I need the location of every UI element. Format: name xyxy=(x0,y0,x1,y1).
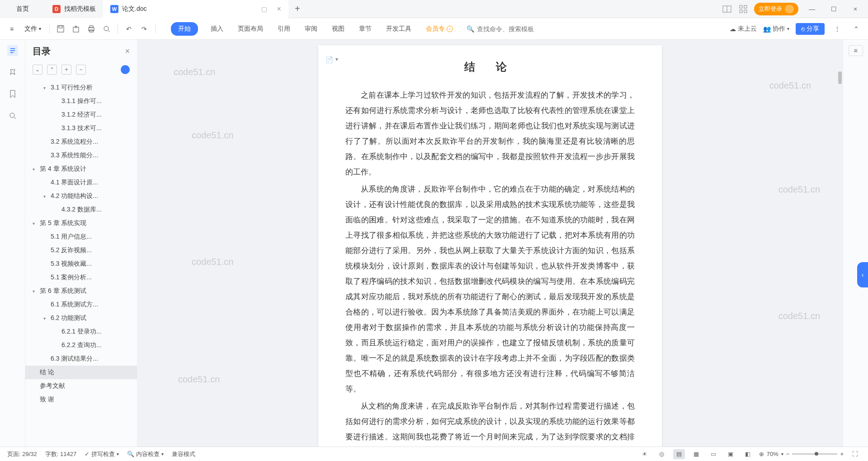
settings-icon[interactable]: ◧ xyxy=(742,449,754,459)
tab-layout[interactable]: 页面布局 xyxy=(236,22,265,36)
compat-mode[interactable]: 兼容模式 xyxy=(172,450,195,458)
tab-document[interactable]: W 论文.doc ▢ × xyxy=(103,0,288,18)
tab-devtools[interactable]: 开发工具 xyxy=(384,22,413,36)
more-icon[interactable]: ⋮ xyxy=(831,23,844,35)
outline-item[interactable]: 6.2.2 查询功... xyxy=(25,339,137,352)
tab-home[interactable]: 首页 xyxy=(0,0,45,18)
outline-item[interactable]: 3.1.1 操作可... xyxy=(25,94,137,108)
cloud-status[interactable]: ☁ 未上云 xyxy=(730,25,757,33)
preview-icon[interactable] xyxy=(100,23,113,35)
file-menu[interactable]: 文件 ▾ xyxy=(21,25,45,33)
outline-item[interactable]: ▾第 6 章 系统测试 xyxy=(25,284,137,298)
tab-vip[interactable]: 会员专 › xyxy=(424,22,455,36)
login-button[interactable]: 立即登录 xyxy=(754,3,798,15)
document-area[interactable]: code51.cn code51.cn code51.cn code51.cn … xyxy=(137,40,843,447)
tab-close-icon[interactable]: × xyxy=(277,5,281,13)
tab-start[interactable]: 开始 xyxy=(171,22,198,36)
close-button[interactable]: × xyxy=(847,2,863,16)
tab-review[interactable]: 审阅 xyxy=(303,22,319,36)
redo-icon[interactable]: ↷ xyxy=(138,23,151,35)
page-doc-icon[interactable]: 📄 xyxy=(326,56,334,64)
tab-chapter[interactable]: 章节 xyxy=(357,22,373,36)
fullscreen-icon[interactable]: ⛶ xyxy=(849,449,861,459)
outline-item[interactable]: ▾第 5 章 系统实现 xyxy=(25,216,137,230)
tab-window-icon[interactable]: ▢ xyxy=(259,4,269,14)
layout1-icon[interactable] xyxy=(722,4,732,14)
outline-item[interactable]: 3.1.3 技术可... xyxy=(25,122,137,135)
search-box[interactable]: 🔍 xyxy=(467,25,549,33)
spell-check[interactable]: ✓ 拼写检查 ▾ xyxy=(85,450,119,458)
outline-item[interactable]: 5.3 视频收藏... xyxy=(25,257,137,271)
grid-icon[interactable] xyxy=(738,4,749,14)
view-read-icon[interactable]: ▣ xyxy=(725,449,736,459)
outline-toggle-icon[interactable] xyxy=(7,45,18,56)
search-rail-icon[interactable] xyxy=(7,110,18,121)
collapse-icon[interactable]: ⌃ xyxy=(850,23,863,35)
tab-reference[interactable]: 引用 xyxy=(276,22,292,36)
outline-item[interactable]: 6.1 系统测试方... xyxy=(25,298,137,311)
view-outline-icon[interactable]: ▦ xyxy=(690,449,702,459)
page-indicator[interactable]: 页面: 29/32 xyxy=(7,450,37,458)
zoom-out-icon[interactable]: − xyxy=(786,451,790,457)
maximize-button[interactable]: ☐ xyxy=(826,2,842,16)
outline-item[interactable]: ▾3.1 可行性分析 xyxy=(25,81,137,94)
zoom-in-icon[interactable]: + xyxy=(840,451,844,457)
chevron-icon: ▾ xyxy=(33,221,39,226)
tab-view[interactable]: 视图 xyxy=(330,22,346,36)
view-page-icon[interactable]: ▤ xyxy=(673,449,685,459)
outline-item[interactable]: 3.1.2 经济可... xyxy=(25,108,137,122)
outline-item[interactable]: 5.1 案例分析... xyxy=(25,271,137,284)
export-icon[interactable] xyxy=(70,23,82,35)
panel-toggle-icon[interactable]: ≡ xyxy=(849,45,863,56)
tab-insert[interactable]: 插入 xyxy=(209,22,225,36)
outline-item-label: 3.1.1 操作可... xyxy=(61,97,102,105)
tab-template[interactable]: D 找稻壳模板 xyxy=(45,0,103,18)
save-icon[interactable] xyxy=(54,23,67,35)
page-menu-icon[interactable]: ▾ xyxy=(335,56,344,64)
side-feedback-tab[interactable]: ‹ xyxy=(857,262,868,287)
scroll-thumb[interactable] xyxy=(838,71,842,84)
undo-icon[interactable]: ↶ xyxy=(123,23,135,35)
scrollbar[interactable] xyxy=(837,40,843,447)
outline-item-label: 结 论 xyxy=(40,368,54,376)
outline-item[interactable]: 4.3.2 数据库... xyxy=(25,203,137,216)
outline-item[interactable]: 结 论 xyxy=(25,366,137,379)
word-count[interactable]: 字数: 11427 xyxy=(45,450,76,458)
tab-add-button[interactable]: + xyxy=(288,4,307,14)
refresh-icon[interactable] xyxy=(121,65,130,74)
zoom-control[interactable]: ⊕ 70% ▾ − + xyxy=(759,451,844,457)
outline-item[interactable]: 4.1 界面设计原... xyxy=(25,176,137,189)
collab-button[interactable]: 👥 协作 ▾ xyxy=(763,25,789,33)
search-input[interactable] xyxy=(477,25,549,33)
content-check[interactable]: 🔍 内容检查 ▾ xyxy=(127,450,164,458)
outline-item[interactable]: ▾4.2 功能结构设... xyxy=(25,189,137,203)
outline-item-label: 第 4 章 系统设计 xyxy=(40,165,86,173)
add-icon[interactable]: + xyxy=(61,65,71,75)
print-icon[interactable] xyxy=(85,23,98,35)
outline-close-icon[interactable]: × xyxy=(125,47,130,56)
minimize-button[interactable]: — xyxy=(804,2,820,16)
expand-up-icon[interactable]: ⌃ xyxy=(47,65,57,75)
outline-item[interactable]: 6.2.1 登录功... xyxy=(25,325,137,339)
collapse-all-icon[interactable]: ⌄ xyxy=(33,65,42,75)
outline-item[interactable]: 致 谢 xyxy=(25,393,137,406)
bookmark-icon[interactable] xyxy=(7,89,18,99)
outline-item[interactable]: 5.1 用户信息... xyxy=(25,230,137,244)
outline-item[interactable]: 6.3 测试结果分... xyxy=(25,352,137,366)
remove-icon[interactable]: − xyxy=(76,65,86,75)
doc-paragraph: 从系统的角度讲，反欺诈平台制作中，它的难点在于功能的确定，对系统结构的设计，还有… xyxy=(345,182,635,397)
outline-item[interactable]: 3.3 系统性能分... xyxy=(25,149,137,162)
outline-item[interactable]: 参考文献 xyxy=(25,379,137,393)
share-button[interactable]: ⎋ 分享 xyxy=(796,23,825,35)
view-web-icon[interactable]: ▭ xyxy=(708,449,719,459)
brightness-icon[interactable]: ☀ xyxy=(639,449,651,459)
focus-icon[interactable]: ◎ xyxy=(656,449,668,459)
right-rail: ≡ xyxy=(843,40,868,447)
menu-icon[interactable]: ≡ xyxy=(5,23,18,35)
outline-item[interactable]: 5.2 反诈视频... xyxy=(25,244,137,257)
zoom-slider[interactable] xyxy=(792,453,837,455)
outline-item[interactable]: ▾6.2 功能测试 xyxy=(25,311,137,325)
outline-item[interactable]: ▾第 4 章 系统设计 xyxy=(25,162,137,176)
outline-item[interactable]: 3.2 系统流程分... xyxy=(25,135,137,149)
pin-icon[interactable] xyxy=(7,67,18,78)
